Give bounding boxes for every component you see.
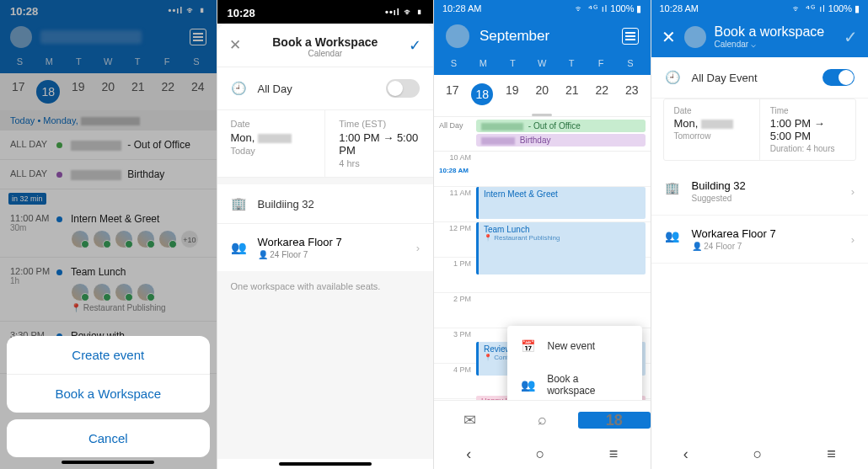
phone-android-calendar: 10:28 AM ᯤ ⁴ᴳ ıl 100% ▮ September SMTWTF…	[434, 0, 651, 469]
footer-hint: One workspace with available seats.	[217, 271, 434, 459]
confirm-icon[interactable]: ✓	[844, 27, 858, 47]
all-day-row[interactable]: 🕘 All Day Event	[651, 57, 869, 99]
people-icon: 👥	[231, 240, 246, 255]
event-block[interactable]: Team Lunch📍 Restaurant Publishing	[476, 222, 646, 274]
cancel-button[interactable]: Cancel	[7, 419, 210, 457]
bottom-nav: ✉ ⌕ 18	[434, 400, 651, 439]
book-workspace-button[interactable]: Book a Workspace	[7, 375, 210, 413]
date-time-row[interactable]: Date Mon, Tomorrow Time 1:00 PM → 5:00 P…	[663, 99, 857, 161]
home-indicator[interactable]	[279, 462, 372, 466]
status-bar: 10:28••ıl ᯤ ▮	[217, 0, 434, 24]
month-title[interactable]: September	[480, 28, 549, 45]
event-block[interactable]: Intern Meet & Greet	[476, 187, 646, 219]
search-tab[interactable]: ⌕	[506, 401, 579, 439]
avatar[interactable]	[684, 26, 706, 48]
chevron-right-icon: ›	[851, 185, 855, 198]
subtitle[interactable]: Calendar ⌵	[715, 40, 825, 49]
phone-ios-book-workspace: 10:28••ıl ᯤ ▮ ✕ Book a Workspace Calenda…	[217, 0, 435, 469]
app-bar: ✕ Book a workspace Calendar ⌵ ✓	[651, 18, 869, 57]
day-view[interactable]: All Day - Out of Office Birthday 10:28 A…	[434, 116, 651, 400]
chevron-right-icon: ›	[851, 233, 855, 246]
action-sheet: Create event Book a Workspace Cancel	[7, 336, 210, 467]
back-button[interactable]: ‹	[466, 445, 471, 463]
date-selected: 18	[471, 83, 493, 105]
building-icon: 🏢	[231, 196, 246, 211]
people-icon: 👥	[665, 229, 680, 242]
phone-android-book-workspace: 10:28 AM ᯤ ⁴ᴳ ıl 100% ▮ ✕ Book a workspa…	[651, 0, 869, 469]
title: Book a workspace	[715, 24, 825, 40]
home-button[interactable]: ○	[536, 445, 545, 463]
all-day-toggle[interactable]	[386, 79, 420, 98]
new-event-popup: 📅New event 👥Book a workspace	[507, 326, 642, 400]
chevron-right-icon: ›	[416, 242, 420, 254]
status-bar: 10:28 AM ᯤ ⁴ᴳ ıl 100% ▮	[434, 0, 651, 18]
new-event-button[interactable]: 📅New event	[507, 329, 642, 363]
recents-button[interactable]: ≡	[827, 445, 836, 463]
mail-tab[interactable]: ✉	[434, 401, 506, 439]
all-day-row[interactable]: 🕘 All Day	[217, 67, 434, 110]
workarea-row[interactable]: 👥 Workarea Floor 7 👤 24 Floor 7 ›	[217, 224, 434, 271]
close-icon[interactable]: ✕	[662, 27, 676, 47]
phone-ios-calendar: 10:28 ••ıl ᯤ ▮ SMTWTFS 17181920212224 To…	[0, 0, 217, 469]
clock-icon: 🕘	[665, 70, 680, 85]
building-row[interactable]: 🏢 Building 32Suggested ›	[651, 168, 869, 216]
calendar-tab[interactable]: 18	[578, 401, 651, 439]
sheet-title: Book a Workspace	[217, 35, 434, 49]
allday-event[interactable]: - Out of Office	[476, 120, 646, 132]
close-icon[interactable]: ✕	[229, 36, 241, 54]
people-icon: 👥	[521, 378, 538, 392]
date-row[interactable]: 17181920212223	[434, 75, 651, 110]
date-time-row[interactable]: Date Mon, Today Time (EST) 1:00 PM → 5:0…	[217, 110, 434, 178]
confirm-icon[interactable]: ✓	[409, 36, 421, 55]
weekday-row: SMTWTFS	[434, 55, 651, 75]
calendar-plus-icon: 📅	[521, 339, 538, 353]
system-nav: ‹ ○ ≡	[651, 439, 869, 469]
sheet-subtitle: Calendar	[217, 49, 434, 58]
agenda-icon[interactable]	[622, 28, 639, 45]
system-nav: ‹ ○ ≡	[434, 439, 651, 469]
allday-event[interactable]: Birthday	[476, 134, 646, 147]
home-indicator[interactable]	[62, 461, 154, 464]
workarea-row[interactable]: 👥 Workarea Floor 7👤 24 Floor 7 ›	[651, 216, 869, 264]
building-icon: 🏢	[665, 181, 680, 195]
all-day-toggle[interactable]	[822, 69, 855, 86]
home-button[interactable]: ○	[753, 445, 763, 463]
recents-button[interactable]: ≡	[609, 445, 619, 463]
back-button[interactable]: ‹	[683, 445, 689, 463]
now-indicator: 10:28 AM	[439, 167, 469, 174]
create-event-button[interactable]: Create event	[7, 336, 210, 375]
sheet-header: ✕ Book a Workspace Calendar ✓	[217, 24, 434, 67]
status-bar: 10:28 AM ᯤ ⁴ᴳ ıl 100% ▮	[651, 0, 869, 18]
clock-icon: 🕘	[231, 81, 246, 96]
building-row[interactable]: 🏢 Buildiing 32	[217, 184, 434, 224]
avatar[interactable]	[446, 24, 469, 48]
book-workspace-button[interactable]: 👥Book a workspace	[507, 363, 642, 400]
